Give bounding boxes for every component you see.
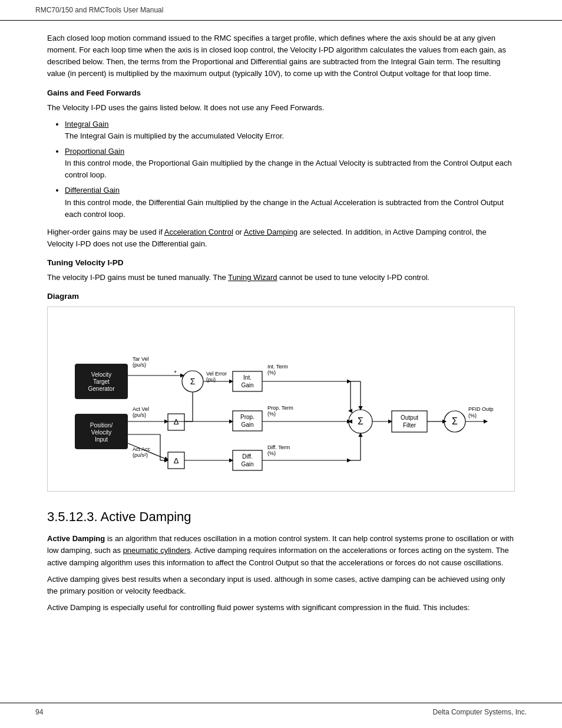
page-footer: 94 Delta Computer Systems, Inc. — [0, 703, 562, 716]
bullet-title-differential: Differential Gain — [65, 186, 120, 195]
svg-text:(%): (%) — [267, 370, 276, 375]
bullet-desc-proportional: In this control mode, the Proportional G… — [65, 157, 515, 181]
list-item: Differential Gain In this control mode, … — [65, 185, 515, 220]
svg-text:Target: Target — [93, 378, 110, 385]
tuning-wizard-link[interactable]: Tuning Wizard — [228, 273, 277, 282]
svg-text:Prop. Term: Prop. Term — [267, 405, 293, 411]
tuning-heading: Tuning Velocity I-PD — [47, 258, 515, 267]
svg-text:Prop.: Prop. — [240, 414, 254, 420]
svg-text:Σ: Σ — [190, 377, 196, 386]
svg-text:Gain: Gain — [241, 421, 253, 428]
svg-text:Int. Term: Int. Term — [267, 364, 288, 370]
svg-text:Σ: Σ — [452, 416, 458, 426]
diagram-heading: Diagram — [47, 292, 515, 301]
svg-text:(%): (%) — [267, 411, 276, 417]
svg-text:Gain: Gain — [241, 461, 253, 467]
active-damping-para1: Active Damping is an algorithm that redu… — [47, 533, 515, 568]
svg-text:+: + — [174, 369, 177, 375]
main-content: Each closed loop motion command issued t… — [0, 21, 562, 636]
active-damping-bold: Active Damping — [47, 534, 105, 543]
list-item: Integral Gain The Integral Gain is multi… — [65, 118, 515, 142]
svg-text:Velocity: Velocity — [91, 371, 111, 378]
gains-heading: Gains and Feed Forwards — [47, 88, 515, 97]
active-damping-title: 3.5.12.3. Active Damping — [47, 509, 515, 525]
svg-text:Diff.: Diff. — [242, 453, 253, 460]
gains-note: Higher-order gains may be used if Accele… — [47, 226, 515, 250]
svg-text:(%): (%) — [468, 413, 477, 419]
intro-paragraph: Each closed loop motion command issued t… — [47, 32, 515, 80]
page-number: 94 — [35, 708, 43, 716]
bullet-desc-differential: In this control mode, the Differential G… — [65, 197, 515, 220]
svg-text:Position/: Position/ — [90, 422, 113, 429]
acceleration-control-link[interactable]: Acceleration Control — [164, 228, 233, 236]
bullet-title-integral: Integral Gain — [65, 120, 108, 129]
company-name: Delta Computer Systems, Inc. — [433, 708, 527, 716]
header-text: RMC70/150 and RMCTools User Manual — [35, 6, 163, 14]
svg-text:(%): (%) — [267, 450, 276, 456]
active-damping-link[interactable]: Active Damping — [244, 228, 297, 236]
diagram-container: Velocity Target Generator Tar Vel (pu/s)… — [47, 307, 515, 492]
svg-text:Input: Input — [95, 436, 108, 443]
pneumatic-cylinders-link[interactable]: pneumatic cylinders — [123, 546, 191, 555]
svg-text:Output: Output — [401, 414, 418, 421]
svg-text:(pu/s²): (pu/s²) — [133, 452, 148, 458]
control-diagram: Velocity Target Generator Tar Vel (pu/s)… — [69, 317, 493, 482]
bullet-desc-integral: The Integral Gain is multiplied by the a… — [65, 130, 515, 142]
svg-text:Gain: Gain — [241, 382, 253, 388]
svg-text:(pu/s): (pu/s) — [133, 362, 146, 368]
svg-text:Σ: Σ — [358, 416, 363, 426]
gains-intro: The Velocity I-PD uses the gains listed … — [47, 102, 515, 114]
list-item: Proportional Gain In this control mode, … — [65, 146, 515, 181]
svg-text:Int.: Int. — [243, 374, 252, 381]
gains-list: Integral Gain The Integral Gain is multi… — [65, 118, 515, 220]
bullet-title-proportional: Proportional Gain — [65, 147, 124, 156]
svg-text:Generator: Generator — [88, 386, 115, 392]
svg-text:(pu/s): (pu/s) — [133, 412, 146, 418]
svg-text:Diff. Term: Diff. Term — [267, 444, 290, 450]
active-damping-para3: Active Damping is especially useful for … — [47, 602, 515, 614]
active-damping-para2: Active damping gives best results when a… — [47, 574, 515, 597]
svg-text:Act Vel: Act Vel — [133, 406, 149, 412]
page-header: RMC70/150 and RMCTools User Manual — [0, 0, 562, 21]
svg-text:PFID Output: PFID Output — [468, 406, 493, 412]
svg-text:Δ: Δ — [174, 456, 179, 465]
svg-text:Filter: Filter — [403, 422, 416, 429]
svg-text:Vel Error: Vel Error — [206, 371, 227, 377]
svg-text:Velocity: Velocity — [91, 429, 111, 436]
svg-text:-: - — [164, 419, 166, 424]
tuning-text: The velocity I-PD gains must be tuned ma… — [47, 272, 515, 284]
page: RMC70/150 and RMCTools User Manual Each … — [0, 0, 562, 728]
active-damping-para1-rest: is an algorithm that reduces oscillation… — [47, 534, 514, 566]
svg-text:Tar Vel: Tar Vel — [133, 356, 149, 362]
